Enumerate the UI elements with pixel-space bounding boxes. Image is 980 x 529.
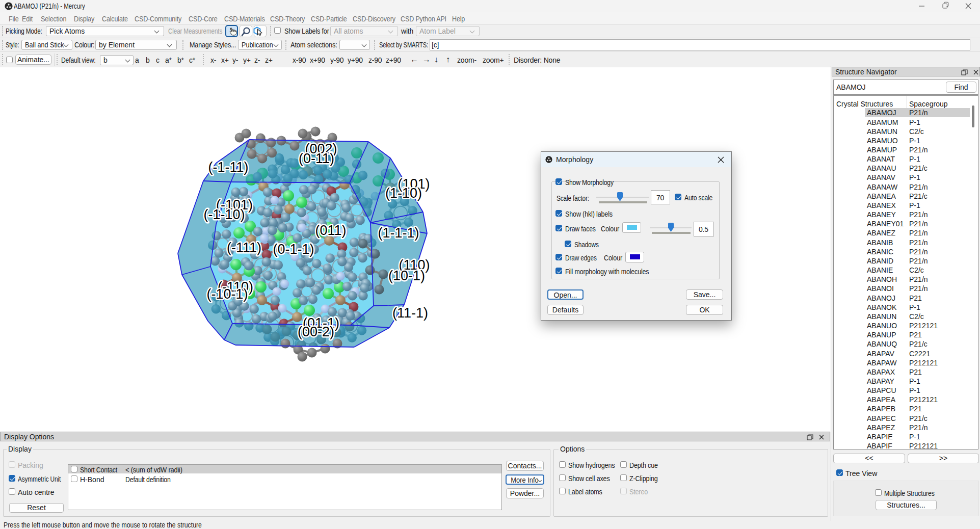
svg-text:(-1-10): (-1-10) [203, 207, 245, 222]
svg-text:(-1-11): (-1-11) [208, 160, 248, 175]
svg-text:(1-10): (1-10) [385, 186, 422, 201]
svg-text:(-10-1): (-10-1) [206, 286, 248, 302]
svg-text:(-111): (-111) [227, 240, 261, 255]
svg-text:(0-1-1): (0-1-1) [273, 242, 314, 257]
svg-text:(00-2): (00-2) [298, 324, 334, 339]
svg-text:(0-11): (0-11) [299, 151, 334, 166]
svg-text:(11-1): (11-1) [392, 305, 428, 321]
svg-text:(10-1): (10-1) [388, 268, 425, 283]
svg-text:(1-1-1): (1-1-1) [378, 225, 419, 241]
svg-text:(011): (011) [315, 223, 346, 238]
